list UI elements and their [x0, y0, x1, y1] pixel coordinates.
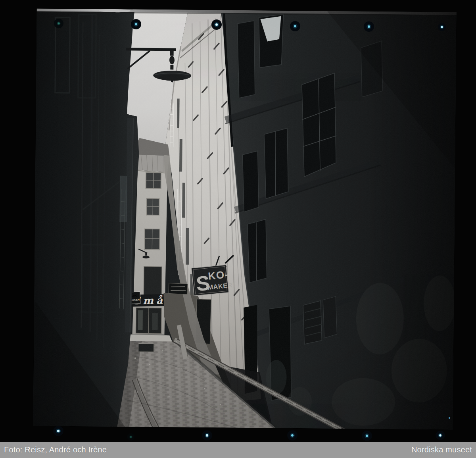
mounting-pin: [127, 433, 134, 441]
mounting-pin: [364, 21, 374, 32]
scanned-photo-page: Små SLAG PRESSEN: [0, 0, 476, 458]
mounting-pin: [54, 19, 63, 28]
film-grain: [33, 8, 456, 429]
museum-name: Nordiska museet: [411, 445, 472, 454]
mounting-pin: [287, 430, 298, 441]
mounting-pin: [211, 19, 222, 30]
mounting-pin: [436, 431, 445, 440]
mounting-pin: [53, 426, 63, 436]
photo-artwork: Små SLAG PRESSEN: [0, 0, 476, 458]
mounting-pin: [202, 430, 212, 441]
mounting-pin: [362, 431, 372, 441]
blue-speck: [449, 417, 450, 419]
photo-print: Små SLAG PRESSEN: [33, 8, 458, 432]
mounting-pin: [131, 19, 141, 29]
caption-bar: Foto: Reisz, André och Irène Nordiska mu…: [0, 442, 476, 458]
mounting-pin: [290, 21, 300, 31]
mounting-pin: [438, 23, 446, 31]
photo-credit: Foto: Reisz, André och Irène: [4, 445, 107, 454]
